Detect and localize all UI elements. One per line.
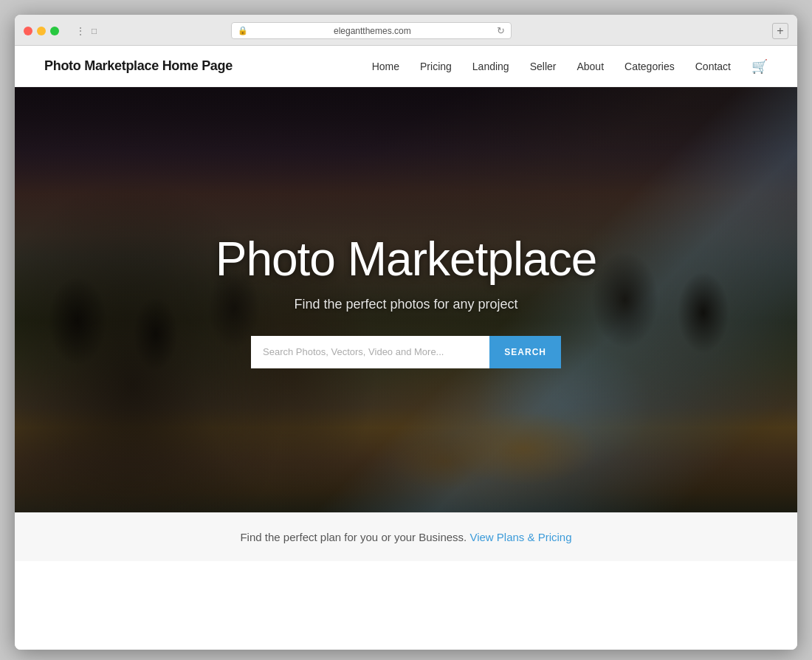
nav-categories[interactable]: Categories bbox=[625, 61, 675, 72]
traffic-lights bbox=[24, 27, 59, 35]
traffic-light-yellow[interactable] bbox=[37, 27, 46, 35]
lock-icon: 🔒 bbox=[238, 26, 248, 35]
hero-subtitle: Find the perfect photos for any project bbox=[216, 297, 597, 312]
hero-title: Photo Marketplace bbox=[216, 232, 597, 286]
search-input[interactable] bbox=[251, 336, 489, 368]
search-button[interactable]: SEARCH bbox=[489, 336, 561, 368]
site-nav: Home Pricing Landing Seller About Catego… bbox=[372, 58, 768, 75]
url-text: elegantthemes.com bbox=[252, 26, 492, 36]
back-icon[interactable]: ⋮ bbox=[75, 25, 86, 37]
traffic-light-red[interactable] bbox=[24, 27, 32, 35]
traffic-light-green[interactable] bbox=[50, 27, 59, 35]
hero-section: Photo Marketplace Find the perfect photo… bbox=[15, 87, 797, 512]
forward-icon[interactable]: □ bbox=[92, 26, 97, 36]
refresh-icon[interactable]: ↻ bbox=[497, 25, 505, 36]
content-area bbox=[15, 561, 797, 650]
new-tab-button[interactable]: + bbox=[772, 23, 788, 39]
browser-chrome: ⋮ □ 🔒 elegantthemes.com ↻ + bbox=[15, 15, 797, 46]
plans-bar: Find the perfect plan for you or your Bu… bbox=[15, 512, 797, 561]
site-header: Photo Marketplace Home Page Home Pricing… bbox=[15, 46, 797, 87]
hero-content: Photo Marketplace Find the perfect photo… bbox=[201, 232, 612, 368]
plans-text: Find the perfect plan for you or your Bu… bbox=[44, 531, 768, 543]
nav-about[interactable]: About bbox=[577, 61, 604, 72]
cart-icon[interactable]: 🛒 bbox=[751, 58, 768, 75]
address-bar[interactable]: 🔒 elegantthemes.com ↻ bbox=[231, 22, 512, 39]
site-logo: Photo Marketplace Home Page bbox=[44, 58, 233, 74]
search-bar: SEARCH bbox=[251, 336, 561, 368]
nav-seller[interactable]: Seller bbox=[530, 61, 557, 72]
nav-pricing[interactable]: Pricing bbox=[420, 61, 452, 72]
nav-landing[interactable]: Landing bbox=[472, 61, 509, 72]
nav-home[interactable]: Home bbox=[372, 61, 399, 72]
browser-actions: + bbox=[772, 23, 788, 39]
nav-contact[interactable]: Contact bbox=[695, 61, 731, 72]
browser-window: ⋮ □ 🔒 elegantthemes.com ↻ + Photo Market… bbox=[15, 15, 797, 650]
plans-link[interactable]: View Plans & Pricing bbox=[469, 531, 571, 543]
